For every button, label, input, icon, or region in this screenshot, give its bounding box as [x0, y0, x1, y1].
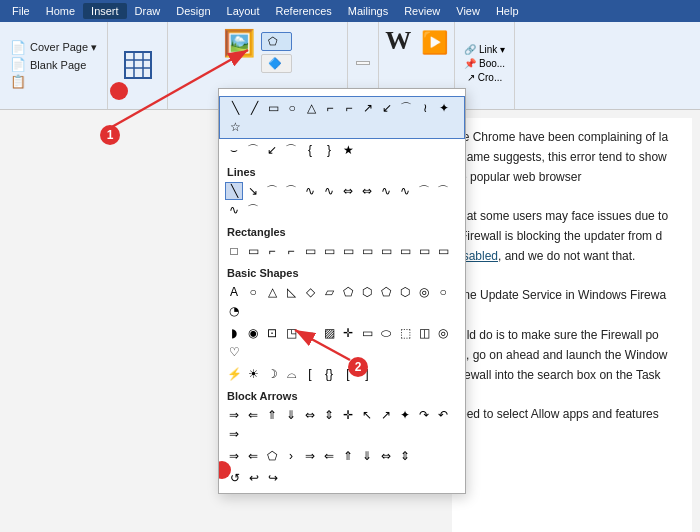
- cover-page-btn[interactable]: 📄 Cover Page ▾: [8, 39, 99, 56]
- shape-wave1[interactable]: ⌒: [397, 99, 415, 117]
- shape-brace1[interactable]: {: [301, 141, 319, 159]
- ba-pentagon[interactable]: ⬠: [263, 447, 281, 465]
- bs-dodec[interactable]: ○: [434, 283, 452, 301]
- line-s2[interactable]: ⌒: [244, 201, 262, 219]
- menu-view[interactable]: View: [448, 3, 488, 19]
- menu-mailings[interactable]: Mailings: [340, 3, 396, 19]
- ba-lr-callout[interactable]: ⇔: [377, 447, 395, 465]
- links-link-btn[interactable]: 🔗 Link ▾: [464, 44, 505, 55]
- bs-diag-stripe[interactable]: ▨: [320, 324, 338, 342]
- line-s1[interactable]: ∿: [225, 201, 243, 219]
- rect-stripe3[interactable]: ▭: [377, 242, 395, 260]
- menu-home[interactable]: Home: [38, 3, 83, 19]
- shape-arc3[interactable]: ↙: [263, 141, 281, 159]
- line-dbl2[interactable]: ⇔: [358, 182, 376, 200]
- bs-diamond[interactable]: ◇: [301, 283, 319, 301]
- bs-deca[interactable]: ◎: [415, 283, 433, 301]
- bs-text[interactable]: A: [225, 283, 243, 301]
- shape-arc4[interactable]: ⌒: [282, 141, 300, 159]
- menu-file[interactable]: File: [4, 3, 38, 19]
- line-arrow1[interactable]: ↘: [244, 182, 262, 200]
- bs-double-bracket[interactable]: [: [301, 365, 319, 383]
- ba-ud-callout[interactable]: ⇕: [396, 447, 414, 465]
- ba-notch-left[interactable]: ⇐: [244, 447, 262, 465]
- line-straight[interactable]: ╲: [225, 182, 243, 200]
- rect-stripe1[interactable]: ▭: [339, 242, 357, 260]
- bs-cross[interactable]: ✛: [339, 324, 357, 342]
- shape-star2[interactable]: ☆: [226, 118, 244, 136]
- menu-references[interactable]: References: [268, 3, 340, 19]
- ba-u-turn[interactable]: ↩: [245, 469, 263, 487]
- table-btn[interactable]: [118, 47, 158, 83]
- bs-right-bracket[interactable]: ]: [358, 365, 376, 383]
- bs-oct[interactable]: ⬡: [396, 283, 414, 301]
- rect-fold[interactable]: ▭: [320, 242, 338, 260]
- shape-circle1[interactable]: ○: [283, 99, 301, 117]
- menu-design[interactable]: Design: [168, 3, 218, 19]
- bs-lightning[interactable]: ⚡: [225, 365, 243, 383]
- bs-arc[interactable]: ⌓: [282, 365, 300, 383]
- bs-pie[interactable]: ◔: [225, 302, 243, 320]
- bs-can[interactable]: ⬭: [377, 324, 395, 342]
- bs-corner[interactable]: ⌐: [301, 324, 319, 342]
- bs-nosy[interactable]: ♡: [225, 343, 243, 361]
- page-break-btn[interactable]: 📋: [8, 73, 99, 90]
- rect-round1[interactable]: ▭: [244, 242, 262, 260]
- bs-tear[interactable]: ◉: [244, 324, 262, 342]
- shape-star3[interactable]: ★: [339, 141, 357, 159]
- ba-left-arrow-callout[interactable]: ⇐: [320, 447, 338, 465]
- shape-star1[interactable]: ✦: [435, 99, 453, 117]
- bs-rtri[interactable]: ◺: [282, 283, 300, 301]
- ba-chevron[interactable]: ›: [282, 447, 300, 465]
- ba-upleft[interactable]: ↖: [358, 406, 376, 424]
- line-dbl3[interactable]: ∿: [377, 182, 395, 200]
- shape-arc1[interactable]: ⌣: [225, 141, 243, 159]
- shape-corner2[interactable]: ⌐: [340, 99, 358, 117]
- online-video-btn[interactable]: ▶️: [421, 30, 448, 56]
- rect-plain[interactable]: □: [225, 242, 243, 260]
- blank-page-btn[interactable]: 📄 Blank Page: [8, 56, 99, 73]
- line-curve1[interactable]: ⌒: [263, 182, 281, 200]
- wikipedia-btn[interactable]: W: [385, 26, 411, 56]
- ba-upright[interactable]: ↗: [377, 406, 395, 424]
- shape-arrow2[interactable]: ↙: [378, 99, 396, 117]
- ba-right[interactable]: ⇒: [225, 406, 243, 424]
- rect-clip2[interactable]: ⌐: [282, 242, 300, 260]
- menu-review[interactable]: Review: [396, 3, 448, 19]
- ba-curved-right[interactable]: ↷: [415, 406, 433, 424]
- bs-moon[interactable]: ☽: [263, 365, 281, 383]
- ba-curved-left[interactable]: ↶: [434, 406, 452, 424]
- ba-leftright[interactable]: ⇔: [301, 406, 319, 424]
- line-curve2[interactable]: ⌒: [282, 182, 300, 200]
- shape-rect1[interactable]: ▭: [264, 99, 282, 117]
- bs-penta[interactable]: ⬠: [339, 283, 357, 301]
- rect-stripe2[interactable]: ▭: [358, 242, 376, 260]
- bs-hex[interactable]: ⬡: [358, 283, 376, 301]
- dropdown-scroll[interactable]: ╲ ╱ ▭ ○ △ ⌐ ⌐ ↗ ↙ ⌒ ≀ ✦ ☆ ⌣ ⌒ ↙ ⌒ { } ★ …: [219, 89, 465, 489]
- shape-arc2[interactable]: ⌒: [244, 141, 262, 159]
- ba-down-callout[interactable]: ⇓: [358, 447, 376, 465]
- shape-brace2[interactable]: }: [320, 141, 338, 159]
- rect-stripe4[interactable]: ▭: [396, 242, 414, 260]
- line-bend2[interactable]: ⌒: [434, 182, 452, 200]
- bs-brace-pair[interactable]: {}: [320, 365, 338, 383]
- bs-sun[interactable]: ☀: [244, 365, 262, 383]
- bs-half-frame[interactable]: ◳: [282, 324, 300, 342]
- bs-oval[interactable]: ○: [244, 283, 262, 301]
- pictures-btn[interactable]: 🖼️: [223, 28, 255, 59]
- ba-up[interactable]: ⇑: [263, 406, 281, 424]
- crossref-btn[interactable]: ↗ Cro...: [467, 72, 502, 83]
- ba-down[interactable]: ⇓: [282, 406, 300, 424]
- bs-hept[interactable]: ⬠: [377, 283, 395, 301]
- ba-left[interactable]: ⇐: [244, 406, 262, 424]
- ba-up-callout[interactable]: ⇑: [339, 447, 357, 465]
- bs-frame[interactable]: ⊡: [263, 324, 281, 342]
- rect-bevel[interactable]: ▭: [301, 242, 319, 260]
- ba-swoosh[interactable]: ↪: [264, 469, 282, 487]
- shape-arrow1[interactable]: ↗: [359, 99, 377, 117]
- bs-bevel[interactable]: ◫: [415, 324, 433, 342]
- ba-4way[interactable]: ✛: [339, 406, 357, 424]
- shape-wave2[interactable]: ≀: [416, 99, 434, 117]
- bs-chord[interactable]: ◗: [225, 324, 243, 342]
- ba-striped[interactable]: ⇒: [225, 425, 243, 443]
